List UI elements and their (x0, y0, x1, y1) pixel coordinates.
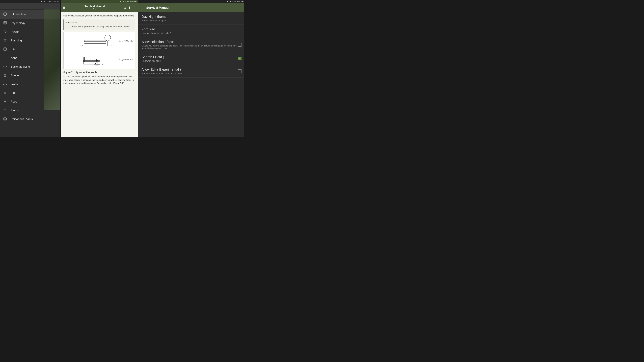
app-title-right: Survival Manual (146, 6, 169, 10)
mid-header-actions: ⚙ ⬆ ⋮ (124, 6, 136, 10)
nav-icon-introduction (3, 12, 8, 17)
hamburger-menu-icon[interactable]: ☰ (63, 6, 66, 10)
svg-point-17 (4, 117, 6, 120)
setting-text-day_night_theme: Day/Night theme Should I be dark or ligh… (142, 15, 242, 22)
nav-label-introduction: Introduction (11, 13, 26, 16)
setting-desc-allow_selection: Makes you able to select text to copy. T… (142, 45, 238, 50)
nav-label-psychology: Psychology (11, 22, 25, 25)
svg-rect-34 (83, 57, 84, 62)
more-vert-icon-mid[interactable]: ⋮ (133, 6, 136, 10)
setting-title-allow_selection: Allow selection of text (142, 40, 238, 44)
nav-label-poisonous_plants: Poisonous Plants (11, 118, 33, 121)
setting-text-search_beta: Search ( Beta ) Find what you need (142, 55, 238, 62)
figure2-label: L-Shaped Fire Wall (118, 59, 133, 61)
content-body-text: In some situations, you may find that an… (64, 75, 135, 85)
mid-toolbar: ☰ Survival Manual Fire ⚙ ⬆ ⋮ (61, 3, 138, 12)
time-mid: 11:59 PM (130, 1, 136, 3)
setting-title-search_beta: Search ( Beta ) (142, 55, 238, 59)
svg-point-36 (96, 59, 98, 62)
right-panel: ▲▲▲▲ 100% 12:00 AM ← Survival Manual Day… (138, 0, 244, 137)
setting-title-font_size: Font size (142, 27, 242, 31)
setting-text-font_size: Font size How big should the letters be? (142, 27, 242, 35)
battery-right: 100% (232, 1, 236, 3)
signal-icon-left: ▲▲▲▲ (41, 1, 47, 3)
nav-icon-shelter (3, 73, 8, 78)
background-image (44, 10, 60, 110)
caution-box: CAUTION Do not use wet or porous rocks a… (64, 20, 135, 30)
svg-rect-11 (4, 56, 6, 59)
left-panel: ▲▲▲▲ 100% 11:59 PM ⬆ ⋮ Introduction Psyc… (0, 0, 60, 137)
back-arrow-icon[interactable]: ← (141, 6, 144, 10)
setting-item-search_beta[interactable]: Search ( Beta ) Find what you need (138, 52, 244, 65)
battery-mid: 100% (125, 1, 129, 3)
straight-fire-wall-svg (81, 34, 118, 49)
setting-item-font_size[interactable]: Font size How big should the letters be? (138, 25, 244, 37)
setting-title-day_night_theme: Day/Night theme (142, 15, 242, 19)
signal-icon-right: ▲▲▲▲ (225, 1, 231, 3)
nav-label-apps: Apps (11, 56, 17, 60)
caution-title: CAUTION (66, 21, 133, 24)
section-title-mid: Fire (67, 8, 122, 11)
status-bar-left: ▲▲▲▲ 100% 11:59 PM (0, 0, 60, 3)
content-intro-text: into the fire. However, you will need en… (64, 14, 135, 18)
app-title-mid: Survival Manual (67, 5, 122, 8)
settings-icon[interactable]: ⚙ (124, 6, 126, 10)
nav-label-water: Water (11, 83, 18, 86)
nav-icon-kits (3, 47, 8, 52)
figure-l-shaped-fire-wall: L-Shaped Fire Wall (64, 50, 135, 69)
nav-label-fire: Fire (11, 91, 16, 95)
nav-label-planning: Planning (11, 39, 22, 42)
figure-row: Straight Fire Wall (64, 32, 135, 69)
share-icon[interactable]: ⬆ (51, 5, 53, 8)
signal-icon-mid: ▲▲▲▲ (118, 1, 124, 3)
status-bar-right: ▲▲▲▲ 100% 12:00 AM (138, 0, 244, 3)
nav-icon-power (3, 30, 8, 34)
setting-desc-font_size: How big should the letters be? (142, 32, 242, 35)
checkbox-allow_edit[interactable] (238, 69, 242, 73)
svg-rect-10 (4, 48, 6, 50)
more-vert-icon[interactable]: ⋮ (56, 5, 58, 8)
setting-text-allow_edit: Allow Edit ( Experimental ) Enhance the … (142, 68, 238, 75)
nav-icon-poisonous_plants (3, 117, 8, 122)
mid-header-title-block: Survival Manual Fire (67, 5, 122, 11)
nav-label-plants: Plants (11, 109, 18, 112)
nav-icon-plants (3, 108, 8, 113)
setting-item-day_night_theme[interactable]: Day/Night theme Should I be dark or ligh… (138, 12, 244, 25)
mid-panel: ▲▲▲▲ 100% 11:59 PM ☰ Survival Manual Fir… (61, 0, 138, 137)
settings-list: Day/Night theme Should I be dark or ligh… (138, 12, 244, 78)
setting-desc-day_night_theme: Should I be dark or light? (142, 19, 242, 22)
setting-desc-search_beta: Find what you need (142, 60, 238, 62)
figure-straight-fire-wall: Straight Fire Wall (64, 32, 135, 50)
time-left: 11:59 PM (52, 1, 59, 3)
content-area: into the fire. However, you will need en… (61, 12, 138, 137)
nav-label-basic_medicine: Basic Medicine (11, 65, 30, 69)
battery-left: 100% (48, 1, 52, 3)
right-toolbar: ← Survival Manual (138, 3, 244, 12)
status-info-mid: ▲▲▲▲ 100% 11:59 PM (118, 1, 136, 3)
share-icon-mid[interactable]: ⬆ (128, 6, 131, 10)
checkbox-allow_selection[interactable] (238, 43, 242, 47)
svg-rect-35 (85, 57, 86, 62)
setting-title-allow_edit: Allow Edit ( Experimental ) (142, 68, 238, 72)
nav-icon-apps (3, 56, 8, 61)
nav-label-shelter: Shelter (11, 74, 20, 77)
svg-point-37 (94, 64, 100, 66)
nav-icon-planning (3, 39, 8, 43)
checkbox-search_beta[interactable] (238, 57, 242, 61)
nav-label-power: Power (11, 30, 19, 34)
setting-item-allow_selection[interactable]: Allow selection of text Makes you able t… (138, 37, 244, 52)
l-shaped-fire-wall-svg (81, 52, 118, 67)
figure-caption: Figure 7-1. Types of Fire Walls (64, 71, 135, 74)
figure1-label: Straight Fire Wall (119, 40, 133, 42)
setting-text-allow_selection: Allow selection of text Makes you able t… (142, 40, 238, 50)
setting-item-allow_edit[interactable]: Allow Edit ( Experimental ) Enhance the … (138, 65, 244, 78)
caution-text: Do not use wet or porous rocks as they m… (66, 25, 133, 28)
nav-icon-food (3, 100, 8, 104)
nav-icon-water (3, 82, 8, 87)
svg-rect-23 (84, 44, 106, 45)
svg-rect-21 (84, 40, 106, 42)
nav-item-poisonous_plants[interactable]: Poisonous Plants (0, 115, 60, 124)
svg-rect-33 (83, 63, 100, 64)
nav-label-food: Food (11, 100, 17, 103)
time-right: 12:00 AM (237, 1, 244, 3)
